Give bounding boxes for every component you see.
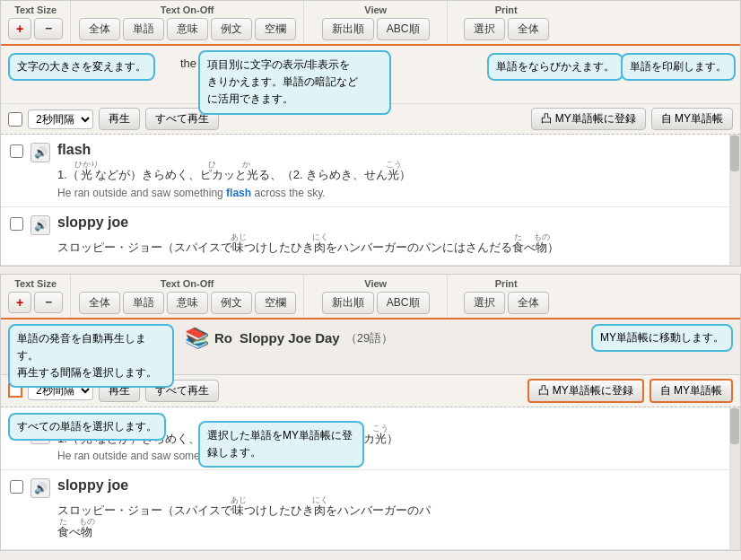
list-header-area: 単語の発音を自動再生します。再生する間隔を選択します。 MY単語帳に移動します。… [1, 319, 740, 375]
textonoff-word-button-b[interactable]: 単語 [123, 292, 164, 314]
word-example-flash: He ran outside and saw something flash a… [57, 187, 731, 199]
tooltip-textsize-text: 文字の大きさを変えます。 [17, 60, 146, 73]
print-select-button[interactable]: 選択 [464, 18, 505, 40]
textonoff-section-b: Text On-Off 全体 単語 意味 例文 空欄 [71, 275, 304, 318]
view-abc-button-b[interactable]: ABC順 [377, 292, 430, 314]
scrollbar-thumb-b[interactable] [730, 408, 739, 444]
textonoff-word-button[interactable]: 単語 [123, 18, 164, 40]
textonoff-example-button-b[interactable]: 例文 [211, 292, 252, 314]
tooltip-textsize: 文字の大きさを変えます。 [8, 53, 155, 81]
select-all-checkbox-top[interactable] [8, 112, 22, 127]
play-button-top[interactable]: 再生 [99, 108, 140, 130]
view-label-b: View [364, 278, 387, 289]
tooltip-print: 単語を印刷します。 [621, 53, 736, 81]
textsize-section: Text Size + － [1, 1, 71, 44]
word-example-flash-b: He ran outside and saw something f [57, 450, 731, 462]
word-content-flash: flash 1.（光ひかりなどが）きらめく、ピカッと光ひかる、（2. きらめき、… [57, 142, 731, 199]
tooltip-register-selected: 選択した単語をMY単語帳に登録します。 [198, 421, 364, 468]
interval-select-top[interactable]: 2秒間隔 [28, 109, 93, 129]
textsize-minus-button[interactable]: － [34, 18, 63, 39]
print-section-b: Print 選択 全体 [448, 275, 564, 318]
speaker-icon-sloppy-b[interactable]: 🔊 [31, 478, 50, 498]
print-label-b: Print [495, 278, 518, 289]
textonoff-section: Text On-Off 全体 単語 意味 例文 空欄 [71, 1, 304, 44]
word-term-sloppy-b: sloppy joe [57, 477, 731, 494]
textonoff-example-button[interactable]: 例文 [211, 18, 252, 40]
list-title: Ro [214, 330, 232, 346]
view-label: View [364, 4, 387, 15]
word-def-sloppy: スロッピー・ジョー（スパイスで味あじつけしたひき肉にくをハンバーガーのパンにはさ… [57, 232, 731, 258]
tooltip-select-all: すべての単語を選択します。 [8, 413, 166, 441]
tooltip-myvocab-nav: MY単語帳に移動します。 [591, 324, 733, 352]
view-section: View 新出順 ABC順 [304, 1, 448, 44]
textsize-minus-button-b[interactable]: － [34, 292, 63, 313]
speaker-icon-sloppy[interactable]: 🔊 [31, 215, 50, 235]
textonoff-blank-button[interactable]: 空欄 [255, 18, 296, 40]
tooltip-textonoff: 項目別に文字の表示/非表示をきりかえます。単語の暗記などに活用できます。 [198, 50, 391, 115]
textsize-label: Text Size [14, 4, 57, 15]
scrollbar-track-b[interactable] [729, 407, 740, 551]
textonoff-meaning-button-b[interactable]: 意味 [167, 292, 208, 314]
word-checkbox-sloppy[interactable] [10, 217, 23, 231]
print-select-button-b[interactable]: 選択 [464, 292, 505, 314]
my-vocab-button-bottom[interactable]: 自 MY単語帳 [649, 379, 733, 403]
view-section-b: View 新出順 ABC順 [304, 275, 448, 318]
tooltip-select-all-text: すべての単語を選択します。 [17, 420, 157, 433]
tooltip-view: 単語をならびかえます。 [487, 53, 623, 81]
toolbar-bottom: Text Size + － Text On-Off 全体 単語 意味 例文 空欄… [1, 275, 740, 319]
tooltip-register-text: 選択した単語をMY単語帳に登録します。 [207, 429, 353, 459]
tooltip-textonoff-text: 項目別に文字の表示/非表示をきりかえます。単語の暗記などに活用できます。 [207, 58, 358, 105]
textsize-plus-button-b[interactable]: + [8, 292, 31, 313]
textonoff-meaning-button[interactable]: 意味 [167, 18, 208, 40]
panel-top: Text Size + － Text On-Off 全体 単語 意味 例文 空欄… [0, 0, 741, 267]
list-title-2: Sloppy Joe Day [240, 330, 340, 346]
print-label: Print [495, 4, 518, 15]
scrollbar-track[interactable] [729, 135, 740, 266]
word-content-sloppy: sloppy joe スロッピー・ジョー（スパイスで味あじつけしたひき肉にくをハ… [57, 214, 731, 258]
tooltip-playback-text: 単語の発音を自動再生します。再生する間隔を選択します。 [17, 332, 157, 379]
panel-bottom: Text Size + － Text On-Off 全体 単語 意味 例文 空欄… [0, 274, 741, 552]
textsize-label-b: Text Size [14, 278, 57, 289]
scrollbar-thumb[interactable] [730, 136, 739, 171]
speaker-icon-flash[interactable]: 🔊 [31, 143, 50, 162]
list-count: （29語） [345, 330, 393, 346]
my-vocab-button-top[interactable]: 自 MY単語帳 [651, 108, 733, 130]
text-the: the [180, 57, 196, 70]
print-all-button[interactable]: 全体 [508, 18, 549, 40]
table-row: 🔊 sloppy joe スロッピー・ジョー（スパイスで味あじつけしたひき肉にく… [1, 207, 740, 266]
textsize-section-b: Text Size + － [1, 275, 71, 318]
tooltip-info-row-top: 文字の大きさを変えます。 the 29語 項目別に文字の表示/非表示をきりかえま… [1, 46, 740, 104]
tooltip-myvocab-nav-text: MY単語帳に移動します。 [600, 331, 724, 344]
word-def-flash: 1.（光ひかりなどが）きらめく、ピカッと光ひかる、（2. きらめき、せん光こう） [57, 160, 731, 185]
word-checkbox-sloppy-b[interactable] [10, 480, 23, 494]
view-abc-button[interactable]: ABC順 [377, 18, 430, 40]
tooltip-playback: 単語の発音を自動再生します。再生する間隔を選択します。 [8, 324, 174, 389]
tooltip-view-text: 単語をならびかえます。 [496, 60, 615, 73]
textonoff-all-button-b[interactable]: 全体 [79, 292, 120, 314]
print-section: Print 選択 全体 [448, 1, 564, 44]
textonoff-all-button[interactable]: 全体 [79, 18, 120, 40]
view-new-button-b[interactable]: 新出順 [322, 292, 374, 314]
book-icon: 📚 [185, 327, 209, 350]
word-term-sloppy: sloppy joe [57, 214, 731, 231]
textsize-plus-button[interactable]: + [8, 18, 31, 39]
textonoff-label-b: Text On-Off [161, 278, 214, 289]
word-checkbox-flash[interactable] [10, 144, 23, 158]
word-list-top: 🔊 flash 1.（光ひかりなどが）きらめく、ピカッと光ひかる、（2. きらめ… [1, 135, 740, 266]
textonoff-blank-button-b[interactable]: 空欄 [255, 292, 296, 314]
word-content-sloppy-b: sloppy joe スロッピー・ジョー（スパイスで味あじつけしたひき肉にくをハ… [57, 477, 731, 542]
toolbar-top: Text Size + － Text On-Off 全体 単語 意味 例文 空欄… [1, 1, 740, 46]
word-def-sloppy-b: スロッピー・ジョー（スパイスで味あじつけしたひき肉にくをハンバーガーのパ 食たべ… [57, 495, 731, 542]
table-row: 🔊 flash 1.（光ひかりなどが）きらめく、ピカッと光ひかる、（2. きらめ… [1, 135, 740, 207]
register-vocab-button-bottom[interactable]: 凸 MY単語帳に登録 [527, 379, 643, 403]
print-all-button-b[interactable]: 全体 [508, 292, 549, 314]
tooltip-print-text: 単語を印刷します。 [630, 60, 727, 73]
table-row: 🔊 sloppy joe スロッピー・ジョー（スパイスで味あじつけしたひき肉にく… [1, 470, 740, 550]
view-new-button[interactable]: 新出順 [322, 18, 374, 40]
textonoff-label: Text On-Off [161, 4, 214, 15]
word-term-flash: flash [57, 142, 731, 158]
highlight-flash: flash [226, 187, 251, 199]
register-vocab-button-top[interactable]: 凸 MY単語帳に登録 [531, 108, 645, 130]
